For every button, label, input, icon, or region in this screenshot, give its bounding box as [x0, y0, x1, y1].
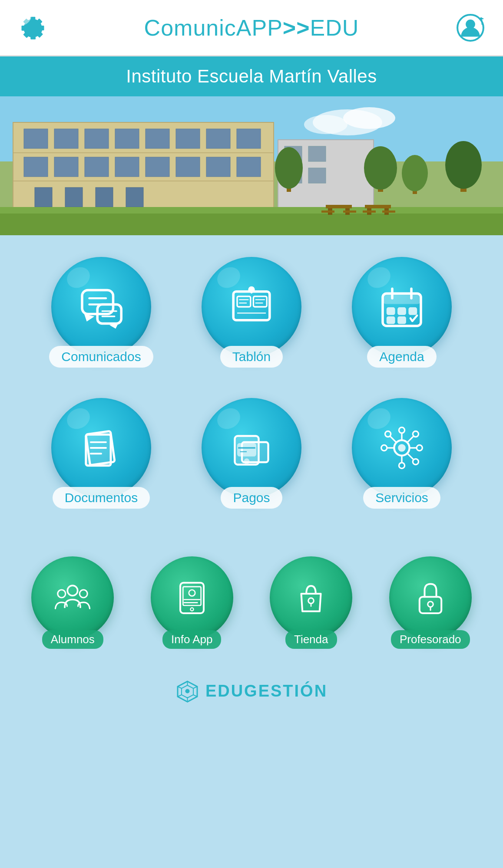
svg-rect-30: [96, 187, 113, 207]
svg-rect-26: [206, 157, 230, 177]
profile-button[interactable]: [455, 13, 486, 43]
svg-rect-78: [398, 308, 405, 314]
svg-point-94: [399, 445, 404, 450]
svg-point-114: [189, 590, 195, 596]
infoapp-icon: [172, 578, 212, 617]
svg-rect-79: [410, 308, 416, 314]
svg-rect-81: [398, 317, 405, 323]
svg-rect-29: [65, 187, 83, 207]
students-icon: [53, 578, 92, 617]
svg-point-117: [190, 608, 193, 611]
alumnos-item[interactable]: Alumnos: [20, 556, 125, 649]
svg-rect-20: [24, 157, 48, 177]
tablon-button[interactable]: [202, 257, 301, 357]
svg-point-42: [445, 141, 482, 189]
svg-rect-89: [238, 444, 255, 455]
svg-rect-46: [0, 214, 503, 235]
documentos-item[interactable]: Documentos: [40, 398, 162, 509]
svg-line-99: [390, 437, 396, 442]
footer-logo-text: EDUGESTIÓN: [205, 682, 328, 700]
svg-rect-74: [383, 293, 421, 303]
svg-point-121: [427, 602, 433, 607]
profesorado-label: Profesorado: [391, 630, 470, 649]
svg-rect-22: [85, 157, 109, 177]
school-image: [0, 96, 503, 235]
svg-point-125: [185, 689, 189, 694]
svg-rect-17: [176, 129, 200, 148]
comunicados-label: Comunicados: [49, 346, 153, 368]
info-app-label: Info App: [162, 630, 221, 649]
svg-point-110: [58, 590, 66, 598]
svg-rect-47: [326, 205, 352, 208]
svg-rect-21: [54, 157, 78, 177]
svg-point-38: [364, 146, 397, 190]
svg-rect-13: [54, 129, 78, 148]
edugesion-icon: [175, 679, 199, 703]
pagos-button[interactable]: [202, 398, 301, 498]
svg-rect-52: [365, 205, 391, 208]
svg-point-104: [381, 445, 387, 450]
pagos-item[interactable]: Pagos: [191, 398, 312, 509]
app-header: ComunicAPP>>EDU: [0, 0, 503, 56]
tienda-label: Tienda: [285, 630, 337, 649]
alumnos-label: Alumnos: [42, 630, 103, 649]
svg-point-6: [343, 107, 395, 129]
svg-point-107: [413, 459, 418, 464]
svg-rect-16: [146, 129, 169, 148]
profesorado-button[interactable]: [389, 556, 472, 639]
svg-point-40: [402, 155, 428, 191]
servicios-label: Servicios: [363, 487, 440, 509]
user-icon: [456, 13, 485, 43]
svg-line-101: [407, 437, 413, 442]
svg-rect-25: [176, 157, 200, 177]
payments-icon: [228, 424, 275, 472]
svg-point-111: [79, 590, 87, 598]
pagos-label: Pagos: [221, 487, 282, 509]
servicios-item[interactable]: Servicios: [341, 398, 463, 509]
svg-rect-66: [237, 296, 251, 307]
grid-row-1: Comunicados: [26, 257, 477, 368]
svg-point-105: [417, 445, 422, 450]
svg-point-92: [245, 459, 249, 463]
services-icon: [378, 424, 426, 472]
svg-rect-23: [115, 157, 139, 177]
footer: EDUGESTIÓN: [0, 666, 503, 720]
svg-point-109: [68, 585, 78, 595]
calendar-icon: [378, 283, 426, 331]
documentos-button[interactable]: [51, 398, 151, 498]
svg-rect-12: [24, 129, 48, 148]
documentos-label: Documentos: [53, 487, 150, 509]
svg-point-44: [275, 147, 303, 189]
school-name: Instituto Escuela Martín Valles: [9, 66, 494, 87]
servicios-button[interactable]: [352, 398, 452, 498]
comunicados-item[interactable]: Comunicados: [40, 257, 162, 368]
svg-point-106: [385, 431, 391, 437]
chat-icon: [77, 283, 125, 331]
comunicados-button[interactable]: [51, 257, 151, 357]
info-app-button[interactable]: [151, 556, 233, 639]
logo-text-part1: ComunicAPP: [144, 15, 283, 40]
svg-rect-83: [86, 434, 111, 465]
tienda-item[interactable]: Tienda: [259, 556, 363, 649]
svg-point-118: [308, 598, 314, 604]
main-grid-section: Comunicados: [0, 235, 503, 543]
agenda-item[interactable]: Agenda: [341, 257, 463, 368]
tablon-item[interactable]: Tablón: [191, 257, 312, 368]
svg-rect-18: [206, 129, 230, 148]
svg-point-108: [413, 431, 418, 437]
agenda-button[interactable]: [352, 257, 452, 357]
school-illustration: [0, 96, 503, 235]
svg-rect-27: [237, 157, 261, 177]
svg-point-103: [399, 463, 404, 468]
svg-rect-50: [321, 210, 334, 213]
green-row-1: Alumnos Info App: [13, 556, 490, 649]
board-icon: [228, 283, 275, 331]
profesorado-item[interactable]: Profesorado: [378, 556, 483, 649]
alumnos-button[interactable]: [31, 556, 114, 639]
shop-icon: [291, 578, 331, 617]
svg-rect-55: [363, 210, 376, 213]
tienda-button[interactable]: [270, 556, 352, 639]
svg-rect-31: [126, 187, 143, 207]
svg-rect-34: [308, 146, 326, 161]
info-app-item[interactable]: Info App: [140, 556, 244, 649]
